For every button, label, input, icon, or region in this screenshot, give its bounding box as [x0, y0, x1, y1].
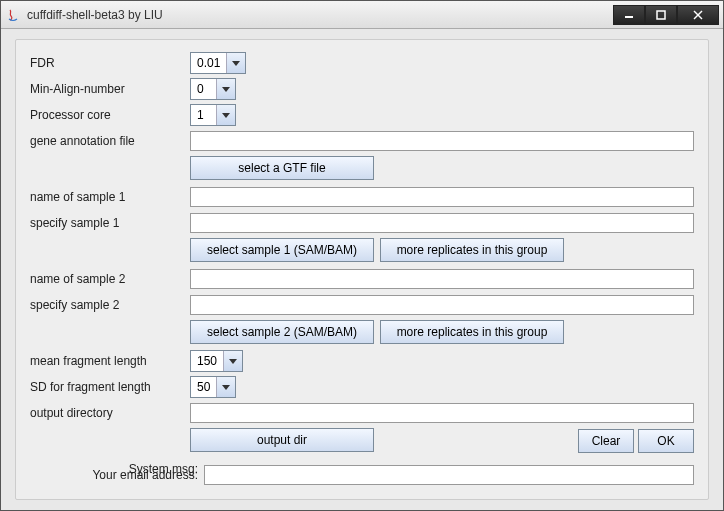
gene-annotation-label: gene annotation file — [30, 134, 190, 148]
sample2-name-input[interactable] — [190, 269, 694, 289]
window-controls — [613, 5, 719, 25]
sd-fragment-combo[interactable]: 50 — [190, 376, 236, 398]
gene-annotation-input[interactable] — [190, 131, 694, 151]
output-dir-label: output directory — [30, 406, 190, 420]
clear-button[interactable]: Clear — [578, 429, 634, 453]
fdr-label: FDR — [30, 56, 190, 70]
window-frame: cuffdiff-shell-beta3 by LIU FDR 0.01 Min… — [0, 0, 724, 511]
java-icon — [5, 7, 21, 23]
fdr-combo[interactable]: 0.01 — [190, 52, 246, 74]
select-sample2-button[interactable]: select sample 2 (SAM/BAM) — [190, 320, 374, 344]
mean-fragment-combo[interactable]: 150 — [190, 350, 243, 372]
chevron-down-icon[interactable] — [217, 377, 235, 397]
ok-button[interactable]: OK — [638, 429, 694, 453]
processor-core-label: Processor core — [30, 108, 190, 122]
main-panel: FDR 0.01 Min-Align-number 0 Processor co… — [15, 39, 709, 500]
sd-fragment-label: SD for fragment length — [30, 380, 190, 394]
email-label: Your email address: — [30, 468, 204, 482]
more-replicates1-button[interactable]: more replicates in this group — [380, 238, 564, 262]
window-title: cuffdiff-shell-beta3 by LIU — [27, 8, 613, 22]
sample2-spec-label: specify sample 2 — [30, 298, 190, 312]
sample1-spec-label: specify sample 1 — [30, 216, 190, 230]
chevron-down-icon[interactable] — [224, 351, 242, 371]
chevron-down-icon[interactable] — [217, 79, 235, 99]
select-sample1-button[interactable]: select sample 1 (SAM/BAM) — [190, 238, 374, 262]
titlebar[interactable]: cuffdiff-shell-beta3 by LIU — [1, 1, 723, 29]
min-align-label: Min-Align-number — [30, 82, 190, 96]
email-input[interactable] — [204, 465, 694, 485]
output-dir-button[interactable]: output dir — [190, 428, 374, 452]
sample1-name-label: name of sample 1 — [30, 190, 190, 204]
min-align-combo[interactable]: 0 — [190, 78, 236, 100]
sample2-name-label: name of sample 2 — [30, 272, 190, 286]
chevron-down-icon[interactable] — [217, 105, 235, 125]
chevron-down-icon[interactable] — [227, 53, 245, 73]
close-button[interactable] — [677, 5, 719, 25]
processor-core-combo[interactable]: 1 — [190, 104, 236, 126]
output-dir-input[interactable] — [190, 403, 694, 423]
maximize-button[interactable] — [645, 5, 677, 25]
min-align-value: 0 — [191, 79, 217, 99]
sample2-spec-input[interactable] — [190, 295, 694, 315]
more-replicates2-button[interactable]: more replicates in this group — [380, 320, 564, 344]
minimize-button[interactable] — [613, 5, 645, 25]
mean-fragment-label: mean fragment length — [30, 354, 190, 368]
fdr-value: 0.01 — [191, 53, 227, 73]
sample1-name-input[interactable] — [190, 187, 694, 207]
svg-rect-1 — [657, 11, 665, 19]
select-gtf-button[interactable]: select a GTF file — [190, 156, 374, 180]
mean-fragment-value: 150 — [191, 351, 224, 371]
client-area: FDR 0.01 Min-Align-number 0 Processor co… — [1, 29, 723, 510]
processor-core-value: 1 — [191, 105, 217, 125]
sample1-spec-input[interactable] — [190, 213, 694, 233]
sd-fragment-value: 50 — [191, 377, 217, 397]
